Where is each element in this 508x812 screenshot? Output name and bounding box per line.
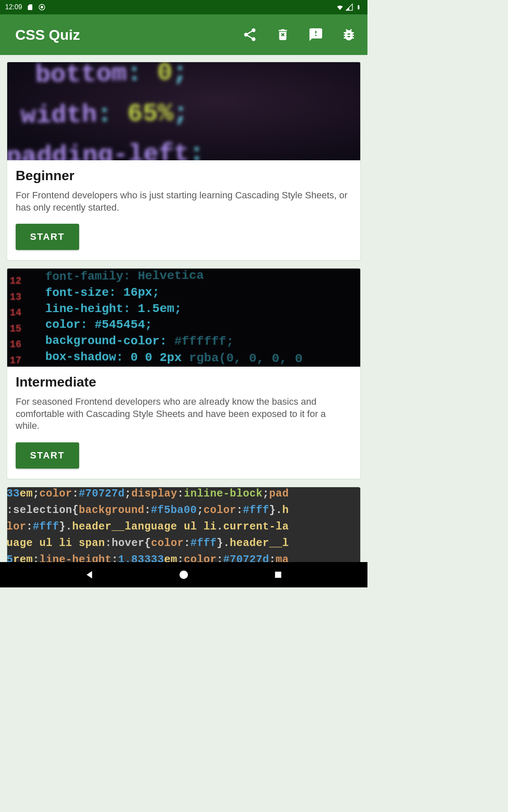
- card-description: For seasoned Frontend developers who are…: [16, 396, 352, 432]
- app-bar: CSS Quiz: [0, 14, 367, 55]
- card-image-advanced: 83333em;color:#70727d;display:inline-blo…: [7, 487, 360, 562]
- card-title: Intermediate: [16, 374, 352, 390]
- system-nav-bar: [0, 562, 367, 587]
- status-left: 12:09: [5, 3, 46, 11]
- feedback-button[interactable]: [307, 26, 324, 43]
- signal-icon: [345, 3, 353, 11]
- wifi-icon: [336, 3, 344, 11]
- content-scroll[interactable]: bottom: 0; width: 65%; padding-left: Beg…: [0, 55, 367, 562]
- quiz-card-beginner: bottom: 0; width: 65%; padding-left: Beg…: [7, 62, 361, 261]
- card-image-intermediate: 12 13 14 15 16 17 font-family: Helvetica…: [7, 269, 360, 367]
- nav-recent-button[interactable]: [272, 569, 284, 581]
- app-actions: [241, 26, 357, 43]
- card-description: For Frontend developers who is just star…: [16, 189, 352, 214]
- svg-point-1: [41, 6, 43, 8]
- decorative-lineno: 12 13 14 15 16 17: [10, 274, 22, 367]
- nav-back-button[interactable]: [83, 569, 95, 581]
- status-bar: 12:09: [0, 0, 367, 14]
- svg-point-2: [179, 571, 188, 579]
- quiz-card-intermediate: 12 13 14 15 16 17 font-family: Helvetica…: [7, 268, 361, 479]
- status-right: [336, 3, 362, 11]
- svg-rect-3: [275, 572, 281, 578]
- start-intermediate-button[interactable]: START: [16, 442, 79, 469]
- card-body: Intermediate For seasoned Frontend devel…: [7, 367, 360, 479]
- nav-home-button[interactable]: [178, 569, 190, 581]
- card-title: Beginner: [16, 168, 352, 184]
- sd-card-icon: [26, 3, 34, 11]
- delete-forever-button[interactable]: [274, 26, 291, 43]
- card-body: Beginner For Frontend developers who is …: [7, 160, 360, 260]
- status-time: 12:09: [5, 3, 22, 11]
- quiz-card-advanced: 83333em;color:#70727d;display:inline-blo…: [7, 487, 361, 562]
- dnd-icon: [38, 3, 46, 11]
- card-image-beginner: bottom: 0; width: 65%; padding-left:: [7, 62, 360, 160]
- share-button[interactable]: [241, 26, 258, 43]
- app-title: CSS Quiz: [15, 27, 80, 43]
- battery-icon: [355, 3, 362, 11]
- bug-button[interactable]: [340, 26, 357, 43]
- start-beginner-button[interactable]: START: [16, 224, 79, 250]
- decorative-code: 83333em;color:#70727d;display:inline-blo…: [7, 487, 295, 562]
- decorative-code: font-family: Helvetica font-size: 16px; …: [45, 269, 303, 367]
- decorative-code: bottom: 0; width: 65%; padding-left:: [7, 62, 205, 160]
